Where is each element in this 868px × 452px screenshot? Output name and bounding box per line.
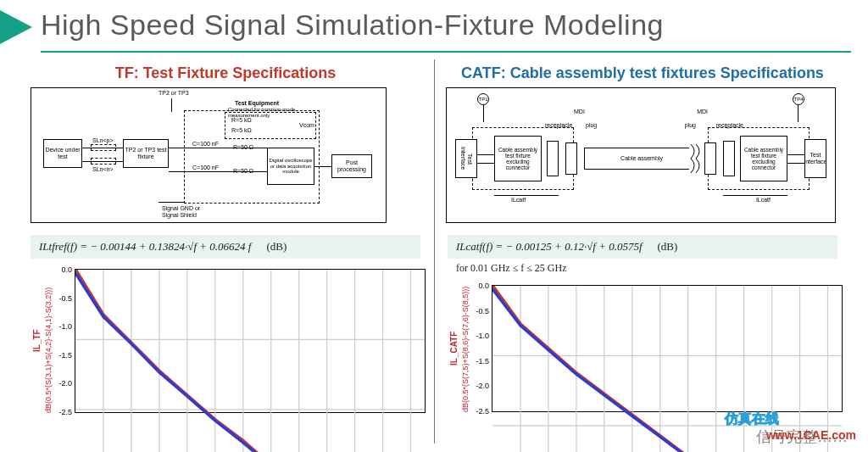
tf-title: TF: Test Fixture Specifications: [25, 64, 426, 82]
title-underline: [41, 51, 851, 53]
sl-b: SLn<n>: [92, 166, 114, 173]
catf-y-ticks: 0.0 -0.5 -1.0 -1.5 -2.0 -2.5: [470, 286, 491, 411]
catf-box-b: Cable assembly test fixture excluding co…: [740, 136, 787, 181]
catf-diagram: TP1 TP4 MDI MDI plug plug receptacle rec…: [446, 87, 836, 223]
catf-box-a: Cable assembly test fixture excluding co…: [494, 136, 542, 181]
c100-b: C=100 nF: [192, 165, 219, 171]
sl-a: SLn<p>: [92, 137, 114, 144]
scope-box: Digital oscilloscope or data acquisition…: [267, 148, 314, 185]
tp1-dot: TP1: [477, 93, 489, 105]
page-title: High Speed Signal Simulation-Fixture Mod…: [41, 8, 664, 42]
mdi-b: MDI: [697, 109, 708, 115]
tf-diagram: TP2 or TP3 Test Equipment Connected for …: [31, 87, 387, 223]
plug-a: plug: [586, 122, 597, 129]
receptacle-b: [723, 141, 735, 176]
ilcatf-b: ILcatf: [756, 197, 771, 204]
post-box: Post processing: [331, 154, 372, 178]
r5k-b: R=5 kΩ: [231, 127, 252, 134]
brand-url: www.1CAE.com: [766, 428, 856, 442]
fixture-box: TP2 or TP3 test fixture: [123, 139, 169, 168]
brand-zh: 仿真在线: [725, 410, 779, 428]
receptacle-a: [547, 141, 559, 176]
mdi-a: MDI: [574, 109, 585, 115]
slide-accent-icon: [0, 10, 32, 44]
gnd-label: Signal GND or Signal Shield: [162, 205, 209, 218]
c100-a: C=100 nF: [192, 141, 219, 148]
cable-assembly-box: Cable assembly: [584, 148, 699, 170]
dut-box: Device under test: [43, 139, 82, 168]
plug-box-b: [704, 142, 716, 175]
vcom: Vcom: [299, 122, 314, 129]
catf-range: for 0.01 GHz ≤ f ≤ 25 GHz: [456, 262, 837, 275]
plug-box-a: [565, 142, 577, 175]
tf-curve: [75, 270, 425, 452]
left-column: TF: Test Fixture Specifications TP2 or T…: [17, 59, 434, 452]
catf-formula-unit: (dB): [658, 240, 678, 254]
tf-formula-text: ILtfref(f) = − 0.00144 + 0.13824·√f + 0.…: [39, 240, 251, 254]
tf-chart: IL_TF dB(0.5*(S(3,1)+S(4,2)-S(4,1)-S(3,2…: [32, 269, 426, 413]
catf-chart: IL_CATF dB(0.5*(S(7,5)+S(8,6)-S(7,6)-S(8…: [449, 285, 843, 412]
catf-chart-area: 0.0 -0.5 -1.0 -1.5 -2.0 -2.5: [492, 285, 843, 412]
tf-formula-unit: (dB): [266, 240, 287, 254]
tf-chart-name: IL_TF: [32, 269, 44, 413]
catf-title: CATF: Cable assembly test fixtures Speci…: [442, 64, 843, 82]
tp-label: TP2 or TP3: [159, 90, 189, 97]
ilcatf-a: ILcatf: [511, 197, 526, 204]
r5k-a: R=5 kΩ: [231, 117, 252, 124]
test-interface-b: Test interface: [804, 139, 826, 178]
tp4-dot: TP4: [793, 93, 804, 105]
catf-formula-text: ILcatf(f) = − 0.00125 + 0.12·√f + 0.0575…: [456, 240, 643, 254]
right-column: CATF: Cable assembly test fixtures Speci…: [434, 59, 851, 452]
tf-chart-area: 0.0 -0.5 -1.0 -1.5 -2.0 -2.5: [75, 269, 426, 413]
test-equipment-label: Test Equipment: [235, 100, 279, 107]
test-interface-a: Test Interface: [455, 139, 477, 178]
catf-formula: ILcatf(f) = − 0.00125 + 0.12·√f + 0.0575…: [448, 235, 837, 259]
catf-chart-name: IL_CATF: [449, 285, 461, 412]
tf-y-ticks: 0.0 -0.5 -1.0 -1.5 -2.0 -2.5: [53, 270, 74, 412]
tf-formula: ILtfref(f) = − 0.00144 + 0.13824·√f + 0.…: [31, 235, 420, 259]
plug-b: plug: [685, 122, 696, 129]
